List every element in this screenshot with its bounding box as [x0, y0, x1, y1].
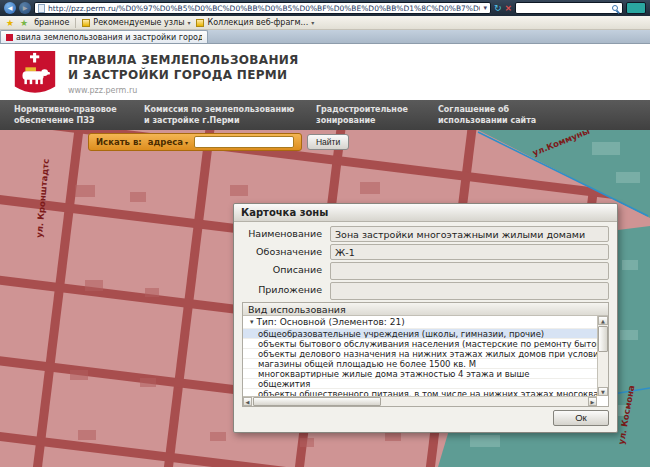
search-mode-select[interactable]: адреса ▾: [148, 137, 188, 147]
usage-header: Вид использования: [243, 303, 608, 316]
scroll-right-icon[interactable]: ▶: [588, 397, 597, 406]
scrollbar-thumb[interactable]: [598, 326, 608, 352]
favorites-item-label: Рекомендуемые узлы: [93, 18, 184, 27]
chevron-down-icon: ▾: [311, 19, 314, 26]
search-label: Искать в:: [96, 137, 142, 147]
favorites-star-icon[interactable]: ★: [6, 18, 14, 28]
favorites-item-recommended-sites[interactable]: Рекомендуемые узлы ▾: [82, 18, 190, 27]
nav-item-normative[interactable]: Нормативно-правовое обеспечение ПЗЗ: [14, 100, 144, 130]
tab-bar: авила землепользования и застройки город…: [0, 30, 650, 44]
forward-icon[interactable]: ▶: [19, 2, 31, 14]
site-title-line2: И ЗАСТРОЙКИ ГОРОДА ПЕРМИ: [68, 68, 299, 83]
designation-field[interactable]: Ж-1: [330, 244, 609, 260]
site-url: www.pzz.perm.ru: [68, 86, 299, 95]
browser-tab[interactable]: авила землепользования и застройки город…: [0, 30, 208, 43]
scroll-left-icon[interactable]: ◀: [243, 397, 252, 406]
perm-coat-of-arms-logo: [13, 50, 57, 100]
usage-list-item[interactable]: многоквартирные жилые дома этажностью 4 …: [243, 368, 597, 378]
main-nav: Нормативно-правовое обеспечение ПЗЗ Коми…: [0, 100, 650, 130]
field-label: Наименование: [242, 226, 330, 242]
name-field[interactable]: Зона застройки многоэтажными жилыми дома…: [330, 226, 609, 242]
screen: ◀ ▶ http://pzz.perm.ru/%D0%97%D0%B5%D0%B…: [0, 0, 650, 467]
browser-url-field[interactable]: http://pzz.perm.ru/%D0%97%D0%B5%D0%BC%D0…: [34, 2, 491, 14]
vertical-scrollbar[interactable]: ▲ ▼: [597, 316, 608, 396]
favorites-item-label: Коллекция веб-фрагм...: [207, 18, 308, 27]
separator: [75, 18, 76, 28]
folder-icon: [82, 19, 90, 27]
usage-list-item[interactable]: магазины общей площадью не более 1500 кв…: [243, 358, 597, 368]
zone-card-dialog: Карточка зоны Наименование Зона застройк…: [233, 203, 618, 433]
usage-panel: Вид использования ▾ Тип: Основной (Элеме…: [242, 302, 609, 407]
chevron-down-icon: ▾: [187, 19, 190, 26]
site-title-line1: ПРАВИЛА ЗЕМЛЕПОЛЬЗОВАНИЯ: [68, 53, 299, 68]
attachment-field[interactable]: [330, 282, 609, 300]
field-row: Приложение: [242, 282, 609, 300]
scroll-up-icon[interactable]: ▲: [598, 316, 608, 325]
field-label: Приложение: [242, 282, 330, 300]
site-favicon: [6, 34, 13, 41]
search-go-button[interactable]: [626, 2, 646, 14]
browser-url: http://pzz.perm.ru/%D0%97%D0%B5%D0%BC%D0…: [48, 4, 480, 13]
favorites-label[interactable]: бранное: [34, 18, 69, 27]
search-pill: Искать в: адреса ▾: [88, 133, 302, 151]
search-input[interactable]: [194, 136, 294, 148]
favorites-bar: ★ ★ бранное Рекомендуемые узлы ▾ Коллекц…: [0, 16, 650, 30]
scrollbar-thumb[interactable]: [253, 397, 381, 406]
description-field[interactable]: [330, 262, 609, 280]
horizontal-scrollbar[interactable]: ◀ ▶: [243, 396, 597, 406]
page-icon: [38, 4, 45, 13]
site-header: ПРАВИЛА ЗЕМЛЕПОЛЬЗОВАНИЯ И ЗАСТРОЙКИ ГОР…: [0, 44, 650, 100]
url-dropdown-icon[interactable]: ▾: [483, 4, 487, 12]
favorites-item-web-slices[interactable]: Коллекция веб-фрагм... ▾: [196, 18, 314, 27]
usage-list-item[interactable]: объекты бытового обслуживания населения …: [243, 338, 597, 348]
usage-list-item[interactable]: общеобразовательные учреждения (школы, г…: [243, 328, 597, 338]
usage-list-item[interactable]: объекты делового назначения на нижних эт…: [243, 348, 597, 358]
folder-icon: [196, 19, 204, 27]
nav-item-zoning[interactable]: Градостроительное зонирование: [316, 100, 438, 130]
refresh-icon[interactable]: ↻: [494, 2, 502, 14]
search-icon: [612, 5, 618, 11]
dialog-fields: Наименование Зона застройки многоэтажным…: [234, 222, 617, 300]
chevron-down-icon: ▾: [185, 139, 188, 146]
map-search-bar: Искать в: адреса ▾ Найти: [88, 133, 349, 151]
back-icon[interactable]: ◀: [4, 2, 16, 14]
field-row: Наименование Зона застройки многоэтажным…: [242, 226, 609, 242]
field-label: Обозначение: [242, 244, 330, 260]
scroll-down-icon[interactable]: ▼: [598, 387, 608, 396]
tree-expand-icon[interactable]: ▾: [250, 318, 254, 326]
browser-address-bar: ◀ ▶ http://pzz.perm.ru/%D0%97%D0%B5%D0%B…: [0, 0, 650, 16]
usage-list-item[interactable]: общежития: [243, 378, 597, 388]
stop-icon[interactable]: ×: [504, 2, 512, 14]
field-row: Описание: [242, 262, 609, 280]
add-favorite-icon[interactable]: ★: [20, 18, 28, 28]
tab-title: авила землепользования и застройки город…: [16, 33, 202, 42]
field-row: Обозначение Ж-1: [242, 244, 609, 260]
nav-item-agreement[interactable]: Соглашение об использовании сайта: [438, 100, 583, 130]
dialog-title[interactable]: Карточка зоны: [234, 204, 617, 222]
ok-button[interactable]: Ок: [553, 410, 609, 426]
field-label: Описание: [242, 262, 330, 280]
browser-search-box[interactable]: [515, 2, 623, 14]
usage-type-node[interactable]: ▾ Тип: Основной (Элементов: 21): [243, 316, 608, 328]
nav-item-commission[interactable]: Комиссия по землепользованию и застройке…: [144, 100, 316, 130]
find-button[interactable]: Найти: [307, 134, 349, 150]
